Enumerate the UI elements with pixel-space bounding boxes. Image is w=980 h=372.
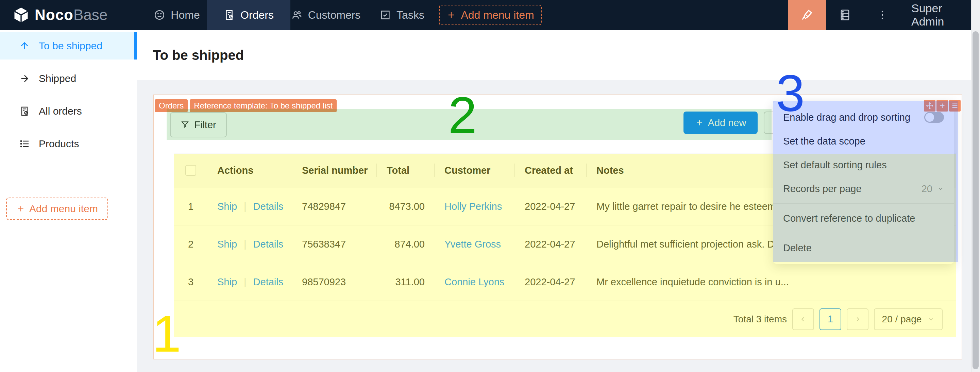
filter-funnel-icon [181, 120, 189, 129]
nav-item-tasks[interactable]: Tasks [377, 0, 427, 30]
list-icon [19, 138, 30, 149]
arrow-right-icon [19, 73, 30, 84]
sidebar-item-all-orders[interactable]: All orders [0, 98, 137, 125]
details-action-link[interactable]: Details [253, 239, 283, 250]
page-header: To be shipped [137, 30, 971, 80]
plus-icon [16, 204, 25, 213]
smile-icon [154, 9, 165, 21]
chevron-down-icon [937, 185, 944, 192]
menu-item-sorting-rules[interactable]: Set default sorting rules [773, 153, 954, 177]
created-at-cell: 2022-04-27 [515, 226, 587, 263]
document-check-icon [223, 9, 235, 21]
records-per-page-value: 20 [921, 183, 932, 194]
sidebar-add-label: Add menu item [29, 203, 98, 215]
more-menu-button[interactable] [872, 0, 892, 30]
customer-link[interactable]: Connie Lyons [444, 277, 504, 288]
block-settings-dropdown: Enable drag and drop sorting Set the dat… [773, 101, 954, 264]
menu-item-convert-reference[interactable]: Convert reference to duplicate [773, 207, 954, 230]
drag-sorting-toggle[interactable] [924, 112, 944, 123]
database-icon-button[interactable] [833, 0, 857, 30]
toggle-knob [925, 113, 934, 122]
menu-divider [773, 233, 954, 233]
chevron-down-icon [928, 316, 934, 323]
nav-item-customers[interactable]: Customers [290, 0, 362, 30]
menu-item-label: Records per page [783, 183, 862, 194]
user-name: Super Admin [911, 2, 971, 28]
team-icon [291, 9, 303, 21]
add-new-button[interactable]: Add new [684, 111, 757, 134]
user-menu[interactable]: Super Admin [911, 0, 971, 30]
check-square-icon [380, 9, 391, 21]
sidebar-add-menu-item-button[interactable]: Add menu item [6, 197, 108, 220]
top-navbar: NocoBase Home Orders Customers Tasks Add… [0, 0, 971, 30]
pagination-page-1[interactable]: 1 [819, 308, 841, 330]
header-actions: Actions [207, 153, 292, 188]
customer-link[interactable]: Holly Perkins [444, 201, 502, 212]
collection-badge: Orders [155, 99, 188, 112]
table-pagination: Total 3 items 1 20 / page [174, 301, 956, 337]
header-customer: Customer [434, 153, 515, 188]
sidebar-item-label: Shipped [39, 73, 76, 84]
ship-action-link[interactable]: Ship [217, 239, 237, 250]
page-size-select[interactable]: 20 / page [874, 308, 943, 330]
block-settings-menu-icon[interactable] [949, 100, 961, 111]
menu-item-data-scope[interactable]: Set the data scope [773, 129, 954, 153]
page-size-value: 20 / page [882, 314, 922, 325]
created-at-cell: 2022-04-27 [515, 263, 587, 300]
sidebar-item-label: To be shipped [39, 40, 102, 52]
highlighter-icon [800, 8, 814, 22]
active-indicator [134, 32, 137, 59]
menu-item-label: Set the data scope [783, 136, 865, 147]
drag-move-icon[interactable] [924, 100, 935, 111]
pagination-prev-button[interactable] [792, 308, 814, 330]
nav-add-menu-item-button[interactable]: Add menu item [439, 5, 542, 25]
serial-number-cell: 98570923 [292, 263, 377, 300]
details-action-link[interactable]: Details [253, 277, 283, 288]
menu-item-records-per-page[interactable]: Records per page 20 [773, 177, 954, 200]
row-index: 2 [174, 226, 207, 263]
nav-item-label: Orders [240, 9, 274, 21]
action-divider: | [244, 277, 247, 288]
menu-item-label: Enable drag and drop sorting [783, 112, 910, 123]
ship-action-link[interactable]: Ship [217, 277, 237, 288]
page-title: To be shipped [153, 30, 244, 80]
menu-item-label: Delete [783, 242, 812, 254]
details-action-link[interactable]: Details [253, 201, 283, 212]
total-cell: 8473.00 [377, 188, 434, 225]
nav-add-label: Add menu item [461, 9, 534, 21]
arrow-up-icon [19, 40, 30, 51]
ship-action-link[interactable]: Ship [217, 201, 237, 212]
sidebar-item-products[interactable]: Products [0, 130, 137, 157]
add-block-plus-icon[interactable] [937, 100, 948, 111]
ui-editor-button[interactable] [788, 0, 826, 30]
block-badges: Orders Reference template: To be shipped… [155, 99, 337, 112]
pagination-next-button[interactable] [847, 308, 869, 330]
logo-text-bold: Noco [35, 6, 73, 23]
add-new-label: Add new [708, 117, 746, 129]
sidebar: To be shipped Shipped All orders Product… [0, 30, 137, 372]
sidebar-item-to-be-shipped[interactable]: To be shipped [0, 32, 137, 59]
select-all-checkbox[interactable] [185, 165, 196, 176]
nav-item-home[interactable]: Home [150, 0, 204, 30]
logo-text-light: Base [73, 6, 107, 23]
notes-cell: Mr excellence inquietude conviction is i… [587, 263, 956, 300]
sidebar-item-shipped[interactable]: Shipped [0, 65, 137, 92]
menu-item-delete[interactable]: Delete [773, 236, 954, 260]
customer-link[interactable]: Yvette Gross [444, 239, 501, 250]
filter-button[interactable]: Filter [170, 112, 227, 137]
row-index: 1 [174, 188, 207, 225]
action-divider: | [244, 201, 247, 212]
more-vertical-icon [877, 9, 888, 21]
serial-number-cell: 75638347 [292, 226, 377, 263]
cube-logo-icon [12, 6, 30, 24]
total-cell: 874.00 [377, 226, 434, 263]
page-scrollbar-thumb[interactable] [972, 31, 978, 369]
plus-icon [695, 118, 704, 127]
plus-icon [447, 10, 456, 20]
total-cell: 311.00 [377, 263, 434, 300]
template-badge: Reference template: To be shipped list [190, 99, 337, 112]
block-designer-toolbar [924, 100, 961, 111]
nocobase-logo[interactable]: NocoBase [12, 0, 107, 30]
nav-item-orders[interactable]: Orders [207, 0, 290, 30]
action-divider: | [244, 239, 247, 250]
